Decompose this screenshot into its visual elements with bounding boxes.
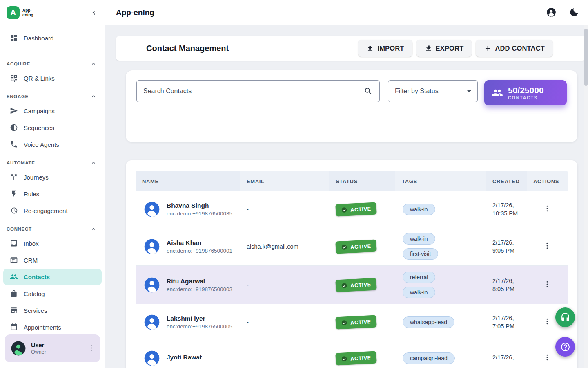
tags-cell: walk-infirst-visit — [395, 230, 486, 263]
sidebar-section-acquire[interactable]: ACQUIRE — [0, 54, 105, 70]
check-circle-icon — [341, 244, 348, 251]
scrollbar-thumb[interactable] — [584, 29, 588, 86]
sidebar-item-appointments[interactable]: Appointments — [3, 319, 102, 335]
user-menu-button[interactable] — [86, 343, 97, 355]
add-contact-button[interactable]: ADD CONTACT — [476, 40, 553, 57]
account-circle-icon — [546, 7, 557, 18]
people-icon — [10, 273, 18, 281]
status-cell: ACTIVE — [329, 240, 395, 253]
created-date: 2/17/26, — [492, 278, 527, 284]
user-card: User Owner — [5, 334, 100, 362]
contact-identity: Bhavna Singh enc:demo:+919876500035 — [167, 202, 232, 217]
contact-phone: enc:demo:+919876500001 — [167, 248, 232, 254]
contact-identity: Lakshmi Iyer enc:demo:+919876500005 — [167, 315, 232, 330]
status-cell: ACTIVE — [329, 352, 395, 364]
tag-chip: referral — [403, 272, 435, 283]
help-fab[interactable] — [555, 337, 575, 357]
support-fab[interactable] — [555, 307, 575, 327]
sidebar-item-catalog[interactable]: Catalog — [3, 285, 102, 302]
sidebar-section-label: AUTOMATE — [7, 160, 35, 165]
search-icon — [364, 87, 373, 96]
sidebar-item-sequences[interactable]: Sequences — [3, 119, 102, 136]
sidebar-item-label: Services — [24, 307, 47, 314]
sidebar-item-label: Appointments — [24, 324, 61, 331]
sidebar-item-label: Re-engagement — [24, 207, 68, 214]
sidebar-section-engage[interactable]: ENGAGE — [0, 87, 105, 102]
sidebar-collapse-button[interactable] — [88, 7, 100, 19]
sidebar-item-label: Contacts — [24, 274, 50, 280]
table-row[interactable]: Jyoti Rawat ACTIVE campaign-lead 2/17/26… — [136, 340, 568, 368]
sidebar-item-services[interactable]: Services — [3, 302, 102, 319]
sidebar-item-journeys[interactable]: Journeys — [3, 169, 102, 185]
sidebar-item-rules[interactable]: Rules — [3, 186, 102, 202]
created-time: 7:05 PM — [492, 323, 527, 330]
sidebar-section-label: CONNECT — [7, 227, 32, 231]
content-area: Contact Management IMPORT EXPORT ADD CON… — [105, 25, 588, 368]
account-button[interactable] — [546, 7, 557, 18]
status-label: ACTIVE — [350, 318, 372, 325]
contact-avatar-icon — [144, 201, 160, 218]
sidebar-item-crm[interactable]: CRM — [3, 252, 102, 268]
created-cell: 2/17/26, 10:35 PM — [486, 202, 527, 217]
row-actions-button[interactable] — [541, 202, 554, 216]
status-filter-select[interactable]: Filter by Status — [388, 80, 478, 102]
sidebar-item-re-engagement[interactable]: Re-engagement — [3, 202, 102, 219]
chevron-up-icon — [90, 93, 97, 100]
sidebar-item-label: CRM — [24, 257, 38, 264]
table-row[interactable]: Bhavna Singh enc:demo:+919876500035 - AC… — [136, 191, 568, 227]
contact-name: Aisha Khan — [167, 239, 232, 247]
created-date: 2/17/26, — [492, 202, 527, 209]
sidebar-item-label: Journeys — [24, 174, 49, 181]
sidebar-item-campaigns[interactable]: Campaigns — [3, 103, 102, 119]
row-actions-button[interactable] — [541, 315, 554, 329]
table-row[interactable]: Aisha Khan enc:demo:+919876500001 aisha.… — [136, 227, 568, 266]
tags-cell: whatsapp-lead — [395, 313, 486, 331]
sidebar-section-connect[interactable]: CONNECT — [0, 219, 105, 235]
created-cell: 2/17/26, 9:05 PM — [486, 239, 527, 254]
sidebar-section-automate[interactable]: AUTOMATE — [0, 153, 105, 168]
status-cell: ACTIVE — [329, 279, 395, 291]
table-body: Bhavna Singh enc:demo:+919876500035 - AC… — [136, 191, 568, 368]
split-icon — [10, 173, 18, 181]
actions-cell — [527, 239, 568, 254]
status-badge: ACTIVE — [335, 278, 376, 292]
sidebar-item-inbox[interactable]: Inbox — [3, 235, 102, 251]
topbar-icons — [546, 7, 581, 18]
inbox-icon — [10, 239, 18, 247]
sidebar-section-label: ACQUIRE — [7, 61, 30, 66]
export-button-label: EXPORT — [436, 45, 464, 52]
row-actions-button[interactable] — [541, 239, 554, 254]
sidebar-item-dashboard[interactable]: Dashboard — [3, 30, 102, 46]
tags-cell: referralwalk-in — [395, 268, 486, 301]
search-input[interactable]: Search Contacts — [136, 80, 380, 102]
contact-phone: enc:demo:+919876500035 — [167, 211, 232, 217]
sidebar-item-contacts[interactable]: Contacts — [3, 269, 102, 285]
created-date: 2/17/26, — [492, 315, 527, 321]
export-button[interactable]: EXPORT — [416, 40, 472, 57]
import-button[interactable]: IMPORT — [358, 40, 412, 57]
column-header-status: STATUS — [329, 171, 395, 191]
status-cell: ACTIVE — [329, 203, 395, 215]
dark-mode-toggle[interactable] — [568, 7, 580, 18]
main-area: App-ening Contact Management — [105, 0, 588, 368]
created-cell: 2/17/26, 8:05 PM — [486, 278, 527, 292]
row-actions-button[interactable] — [541, 278, 554, 292]
created-time: 8:05 PM — [492, 286, 527, 292]
table-row[interactable]: Lakshmi Iyer enc:demo:+919876500005 - AC… — [136, 304, 568, 340]
scrollbar-track — [584, 25, 588, 368]
dashboard-icon — [10, 34, 18, 42]
check-circle-icon — [341, 206, 348, 213]
contact-avatar-icon — [144, 238, 160, 255]
tag-chip: walk-in — [403, 233, 435, 245]
bolt-icon — [10, 190, 18, 198]
headset-icon — [560, 312, 570, 323]
contact-avatar-icon — [144, 277, 160, 293]
actions-cell — [527, 202, 568, 216]
more-vertical-icon — [543, 242, 551, 250]
table-row[interactable]: Ritu Agarwal enc:demo:+919876500003 - AC… — [136, 266, 568, 304]
sidebar-item-qr-links[interactable]: QR & Links — [3, 70, 102, 86]
row-actions-button[interactable] — [541, 351, 554, 365]
actions-cell — [527, 278, 568, 292]
sidebar-item-voice-agents[interactable]: Voice Agents — [3, 136, 102, 153]
app-logo-text: App- ening — [22, 8, 33, 17]
